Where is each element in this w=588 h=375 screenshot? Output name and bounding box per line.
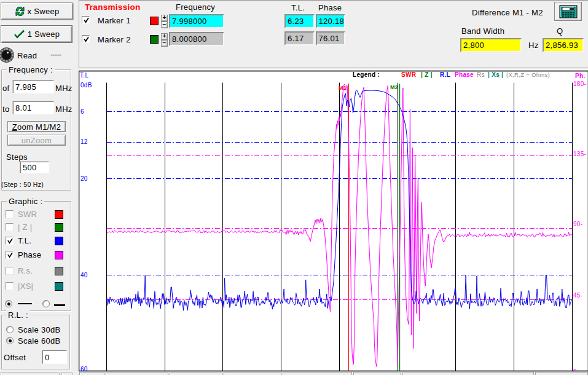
svg-text:| Z |: | Z | (421, 71, 433, 78)
svg-text:20: 20 (80, 175, 88, 182)
svg-text:45-: 45- (573, 292, 582, 299)
svg-text:R.L: R.L (440, 71, 450, 78)
svg-text:Ph.: Ph. (575, 73, 585, 79)
svg-text:T.L: T.L (80, 72, 88, 79)
svg-text:M2: M2 (390, 84, 398, 90)
svg-text:0dB: 0dB (80, 82, 92, 89)
svg-text:180-: 180- (573, 81, 586, 87)
svg-text:40: 40 (80, 272, 88, 278)
svg-text:Phase: Phase (455, 71, 474, 78)
svg-text:| Xs |: | Xs | (488, 71, 503, 78)
svg-text:Rs: Rs (477, 71, 485, 78)
svg-text:SWR: SWR (401, 71, 417, 78)
svg-text:12: 12 (80, 138, 88, 145)
svg-text:(X,R,Z = Ohms): (X,R,Z = Ohms) (506, 71, 550, 78)
svg-text:Legend :: Legend : (353, 71, 380, 78)
svg-text:6: 6 (80, 108, 84, 115)
svg-text:135-: 135- (573, 151, 586, 157)
svg-text:90-: 90- (573, 221, 582, 227)
